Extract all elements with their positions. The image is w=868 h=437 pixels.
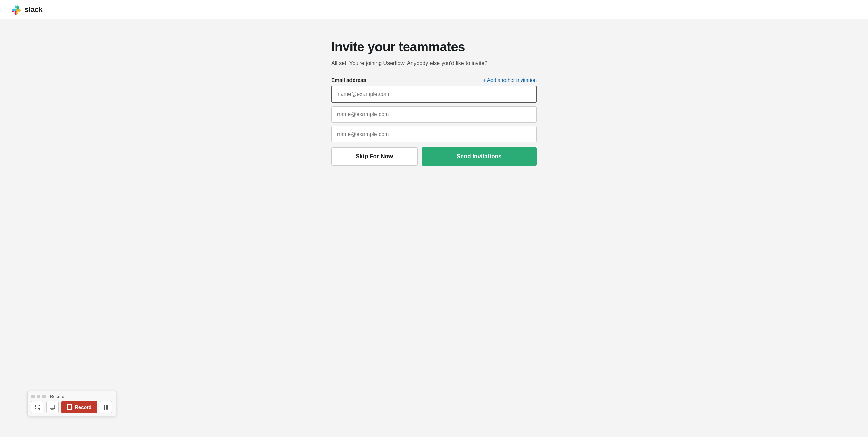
skip-for-now-button[interactable]: Skip For Now <box>331 147 418 166</box>
slack-logo-text: slack <box>25 5 43 14</box>
page-subtitle: All set! You're joining Userflow. Anybod… <box>331 59 537 67</box>
record-camera-icon <box>67 404 72 410</box>
toolbar-title: Record <box>50 394 64 399</box>
invite-card: Invite your teammates All set! You're jo… <box>331 40 537 166</box>
slack-logo[interactable]: slack <box>10 3 43 16</box>
button-row: Skip For Now Send Invitations <box>331 147 537 166</box>
navbar: slack <box>0 0 868 19</box>
toolbar-buttons-row: Record <box>31 401 113 413</box>
toolbar-dot-1 <box>31 395 35 398</box>
record-label: Record <box>75 404 91 410</box>
record-toolbar: Record Record <box>27 391 116 416</box>
email-label-row: Email address + Add another invitation <box>331 77 537 83</box>
toolbar-top-row: Record <box>31 394 113 399</box>
record-button[interactable]: Record <box>61 401 97 413</box>
add-invitation-link[interactable]: + Add another invitation <box>483 77 537 83</box>
email-address-label: Email address <box>331 77 366 83</box>
pause-bar-1 <box>104 405 105 410</box>
expand-button[interactable] <box>31 401 43 413</box>
toolbar-dots <box>31 395 46 398</box>
pause-bar-2 <box>106 405 108 410</box>
pause-button[interactable] <box>100 401 112 413</box>
toolbar-dot-2 <box>37 395 40 398</box>
email-input-2[interactable] <box>331 106 537 123</box>
toolbar-dot-3 <box>42 395 46 398</box>
send-invitations-button[interactable]: Send Invitations <box>422 147 537 166</box>
email-input-1[interactable] <box>331 86 537 103</box>
screen-icon <box>50 405 55 410</box>
page-title: Invite your teammates <box>331 40 537 54</box>
slack-logo-icon <box>10 3 22 16</box>
main-content: Invite your teammates All set! You're jo… <box>0 19 868 437</box>
screen-button[interactable] <box>46 401 59 413</box>
email-input-3[interactable] <box>331 126 537 142</box>
expand-icon <box>35 404 40 410</box>
svg-rect-0 <box>50 405 55 409</box>
